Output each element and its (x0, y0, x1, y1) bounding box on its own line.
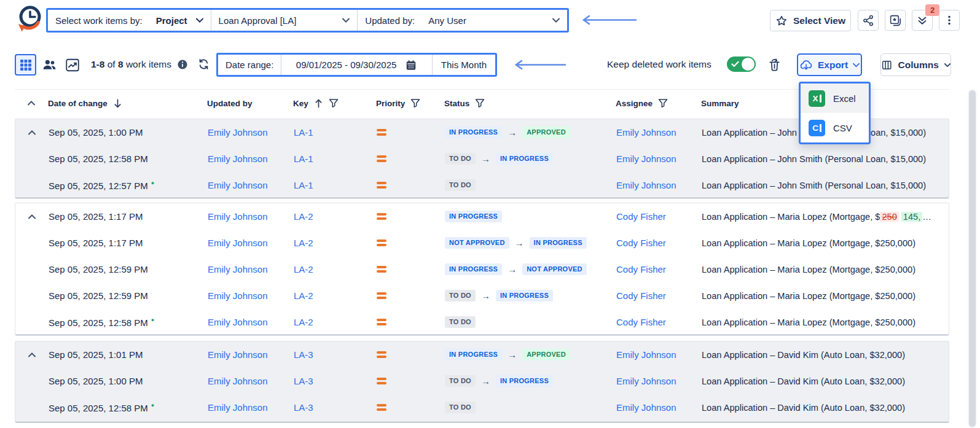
keep-deleted-toggle[interactable] (727, 56, 756, 72)
updated-by-link[interactable]: Emily Johnson (208, 376, 268, 386)
trash-restore-button[interactable] (764, 54, 785, 76)
assignee-link[interactable]: Emily Johnson (616, 349, 676, 360)
chart-view-toggle[interactable] (61, 54, 83, 76)
export-dropdown-menu: X Excel C CSV (799, 82, 871, 144)
work-item-key-link[interactable]: LA-3 (294, 349, 313, 360)
updated-by-link[interactable]: Emily Johnson (208, 127, 268, 138)
change-date-cell: Sep 05, 2025, 12:58 PM● (49, 317, 208, 328)
assignee-link[interactable]: Emily Johnson (616, 180, 676, 190)
scrollbar-thumb[interactable] (969, 90, 976, 427)
change-date: Sep 05, 2025, 12:58 PM (49, 403, 148, 413)
status-badge-to: IN PROGRESS (496, 375, 553, 387)
table-row: Sep 05, 2025, 12:59 PM Emily Johnson LA-… (15, 256, 949, 282)
sort-asc-icon[interactable] (314, 98, 323, 109)
summary-cell: Loan Application – Maria Lopez (Mortgage… (702, 317, 949, 327)
table-row: Sep 05, 2025, 1:00 PM Emily Johnson LA-3… (15, 368, 949, 394)
header-status[interactable]: Status (444, 98, 616, 108)
table-view-toggle[interactable] (15, 54, 36, 76)
updated-by-link[interactable]: Emily Johnson (208, 211, 268, 222)
filter-funnel-icon[interactable] (658, 98, 668, 108)
select-by-mode-dropdown[interactable]: Project (149, 10, 211, 31)
date-range-input[interactable]: 09/01/2025 - 09/30/2025 (281, 59, 431, 71)
work-item-key-link[interactable]: LA-2 (294, 317, 313, 327)
updated-by-link[interactable]: Emily Johnson (208, 238, 268, 248)
sort-desc-icon[interactable] (113, 98, 122, 109)
summary-cell: Loan Application – Maria Lopez (Mortgage… (702, 291, 949, 301)
updated-by-link[interactable]: Emily Johnson (208, 402, 268, 413)
assignee-link[interactable]: Emily Johnson (616, 127, 676, 138)
filter-funnel-icon[interactable] (475, 98, 485, 108)
columns-button[interactable]: Columns (880, 53, 951, 76)
assignee-link[interactable]: Cody Fisher (616, 264, 666, 274)
work-item-key-link[interactable]: LA-2 (294, 290, 313, 301)
assignee-link[interactable]: Cody Fisher (616, 290, 666, 301)
work-item-key-link[interactable]: LA-1 (294, 180, 313, 190)
assignee-link[interactable]: Cody Fisher (616, 238, 666, 248)
export-excel-option[interactable]: X Excel (801, 84, 869, 113)
export-button[interactable]: Export (797, 53, 862, 76)
select-view-button[interactable]: Select View (770, 10, 851, 31)
info-icon[interactable] (177, 59, 188, 70)
chevron-up-icon (28, 130, 36, 135)
collapse-group-button[interactable] (28, 214, 36, 219)
updated-by-link[interactable]: Emily Johnson (208, 264, 268, 274)
date-preset-this-month[interactable]: This Month (433, 60, 495, 70)
project-dropdown[interactable]: Loan Approval [LA] (211, 10, 358, 31)
status-badge-to: APPROVED (522, 126, 570, 138)
header-updated-by[interactable]: Updated by (207, 99, 293, 108)
work-item-key-link[interactable]: LA-1 (294, 154, 313, 164)
columns-icon (881, 59, 893, 71)
count-total: 8 (118, 59, 123, 69)
change-date-cell: Sep 05, 2025, 1:17 PM (49, 211, 208, 222)
export-csv-option[interactable]: C CSV (801, 113, 869, 142)
updates-count-badge: 2 (925, 4, 939, 16)
header-assignee[interactable]: Assignee (616, 98, 701, 108)
table-row: Sep 05, 2025, 12:59 PM Emily Johnson LA-… (15, 282, 949, 309)
share-button[interactable] (858, 10, 879, 31)
assignee-link[interactable]: Emily Johnson (616, 402, 676, 413)
assignee-link[interactable]: Emily Johnson (616, 376, 676, 386)
work-item-key-link[interactable]: LA-2 (294, 211, 313, 222)
grid-view-icon (20, 60, 31, 71)
status-cell: TO DO (445, 402, 616, 413)
created-dot: ● (151, 317, 154, 323)
updated-by-link[interactable]: Emily Johnson (208, 317, 268, 327)
table-row: Sep 05, 2025, 12:58 PM● Emily Johnson LA… (15, 394, 949, 421)
updated-by-dropdown[interactable]: Any User (421, 10, 567, 31)
transition-arrow-icon: → (481, 376, 490, 386)
work-item-key-link[interactable]: LA-1 (294, 127, 313, 138)
filter-funnel-icon[interactable] (329, 98, 339, 108)
assignee-link[interactable]: Cody Fisher (616, 211, 666, 222)
saved-views-button[interactable] (885, 10, 906, 31)
updated-by-link[interactable]: Emily Johnson (208, 290, 268, 301)
updated-by-link[interactable]: Emily Johnson (208, 349, 268, 360)
work-item-key-link[interactable]: LA-2 (294, 264, 313, 274)
work-item-key-link[interactable]: LA-3 (294, 376, 313, 386)
columns-label: Columns (898, 60, 939, 71)
header-date-of-change[interactable]: Date of change (48, 98, 207, 109)
assignee-link[interactable]: Cody Fisher (616, 317, 666, 327)
priority-medium-icon (377, 319, 386, 325)
assignee-link[interactable]: Emily Johnson (616, 154, 676, 164)
change-date: Sep 05, 2025, 1:17 PM (49, 238, 143, 248)
updated-by-link[interactable]: Emily Johnson (208, 180, 268, 190)
people-view-toggle[interactable] (39, 54, 60, 76)
work-item-key-link[interactable]: LA-2 (294, 238, 313, 248)
collapse-group-button[interactable] (28, 352, 36, 357)
collapse-all-header[interactable] (15, 101, 48, 106)
updated-by-link[interactable]: Emily Johnson (208, 154, 268, 164)
work-item-filter-bar: Select work items by: Project Loan Appro… (46, 8, 569, 33)
header-key[interactable]: Key (293, 98, 376, 109)
status-badge-to: IN PROGRESS (496, 153, 553, 165)
change-date-cell: Sep 05, 2025, 12:58 PM (49, 154, 208, 164)
vertical-scrollbar[interactable] (968, 89, 977, 428)
collapse-group-button[interactable] (28, 130, 36, 135)
status-cell: TO DO → IN PROGRESS (445, 290, 616, 302)
work-item-key-link[interactable]: LA-3 (294, 402, 313, 413)
change-date-cell: Sep 05, 2025, 12:59 PM (49, 264, 208, 274)
filter-funnel-icon[interactable] (410, 98, 420, 108)
more-menu-button[interactable] (939, 10, 960, 31)
refresh-icon[interactable] (197, 58, 210, 71)
header-priority[interactable]: Priority (376, 98, 444, 108)
calendar-icon (405, 59, 417, 71)
